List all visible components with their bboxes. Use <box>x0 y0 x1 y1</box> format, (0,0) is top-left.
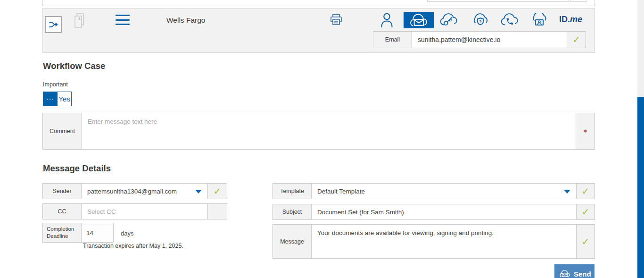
send-button-label: Send <box>574 270 591 278</box>
days-unit-label: days <box>121 230 133 237</box>
message-valid-cell: ✓ <box>576 225 594 258</box>
cutoff-input-box <box>427 0 569 2</box>
toolbar-panel: 1 Wells Fargo <box>42 8 595 53</box>
cutoff-row-above <box>42 0 595 6</box>
subject-row: Subject ✓ <box>272 204 595 220</box>
template-valid-cell: ✓ <box>576 184 594 199</box>
cc-row: CC <box>42 203 227 219</box>
cc-input[interactable] <box>82 204 207 219</box>
required-asterisk-icon: ✱ <box>584 129 587 134</box>
svg-text:1: 1 <box>78 16 81 21</box>
scrollbar-track[interactable] <box>637 0 644 278</box>
cloud-phone-icon[interactable] <box>500 13 520 28</box>
merge-arrow-icon <box>48 19 59 30</box>
check-icon: ✓ <box>582 237 590 246</box>
template-value[interactable] <box>312 184 576 199</box>
idme-logo-bold: ID. <box>559 15 570 24</box>
person-icon[interactable] <box>380 12 393 28</box>
completion-deadline-field[interactable]: 14 <box>82 223 113 242</box>
important-label: Important <box>43 81 68 88</box>
cloud-id-verify-icon[interactable] <box>529 13 549 28</box>
check-icon: ✓ <box>582 207 590 217</box>
chevron-down-icon[interactable] <box>195 190 202 194</box>
sender-valid-cell: ✓ <box>207 184 227 199</box>
institution-title: Wells Fargo <box>166 16 205 25</box>
idme-logo[interactable]: ID.me <box>559 15 582 25</box>
sender-label: Sender <box>43 184 82 199</box>
cloud-email-icon-active[interactable] <box>404 12 434 28</box>
check-icon: ✓ <box>582 186 590 196</box>
subject-input[interactable] <box>312 204 576 219</box>
toggle-dots-icon: ··· <box>43 92 58 106</box>
sender-row: Sender ✓ <box>42 183 227 199</box>
cc-label: CC <box>43 204 82 219</box>
sender-select[interactable] <box>82 184 207 199</box>
sender-value[interactable] <box>82 184 207 199</box>
important-toggle[interactable]: ··· Yes <box>43 92 72 106</box>
completion-deadline-row: Completion Deadline 14 <box>42 223 114 243</box>
email-field-label: Email <box>373 31 412 48</box>
message-textarea[interactable]: Your documents are available for viewing… <box>312 225 576 258</box>
send-button[interactable]: Send <box>554 264 594 278</box>
subject-label: Subject <box>273 204 312 219</box>
idme-logo-italic: me <box>570 15 582 24</box>
template-select[interactable] <box>312 184 576 199</box>
message-label: Message <box>273 225 312 258</box>
comment-required-cell: ✱ <box>576 113 594 149</box>
menu-hamburger-icon[interactable] <box>116 15 130 25</box>
check-icon: ✓ <box>572 35 580 44</box>
send-cloud-mail-icon <box>559 270 570 278</box>
cutoff-check-box <box>570 0 586 2</box>
email-input[interactable] <box>412 31 567 48</box>
svg-text:?: ? <box>479 19 482 24</box>
message-row: Message Your documents are available for… <box>272 224 595 259</box>
print-icon[interactable] <box>330 13 343 26</box>
comment-row: Comment ✱ <box>42 113 595 150</box>
workflow-send-page: 1 Wells Fargo <box>0 0 644 278</box>
workflow-case-heading: Workflow Case <box>43 61 105 71</box>
toggle-yes-label: Yes <box>58 92 71 106</box>
completion-deadline-value: 14 <box>82 229 93 236</box>
workflow-merge-button[interactable] <box>45 16 62 33</box>
subject-valid-cell: ✓ <box>576 204 594 219</box>
comment-label: Comment <box>43 113 82 149</box>
email-valid-cell: ✓ <box>567 31 586 48</box>
expiration-note: Transaction expires after May 1, 2025. <box>83 243 183 249</box>
template-label: Template <box>273 184 312 199</box>
documents-count-icon[interactable]: 1 <box>73 12 86 28</box>
comment-textarea[interactable] <box>82 113 576 149</box>
chevron-down-icon[interactable] <box>564 190 570 194</box>
completion-deadline-label: Completion Deadline <box>43 223 82 242</box>
cloud-question-icon[interactable]: ? <box>471 13 490 28</box>
message-details-heading: Message Details <box>43 163 111 174</box>
cc-status-cell <box>207 204 227 219</box>
check-icon: ✓ <box>214 186 222 196</box>
template-row: Template ✓ <box>272 183 595 199</box>
cloud-key-icon[interactable] <box>439 13 459 28</box>
scrollbar-thumb[interactable] <box>637 97 644 278</box>
